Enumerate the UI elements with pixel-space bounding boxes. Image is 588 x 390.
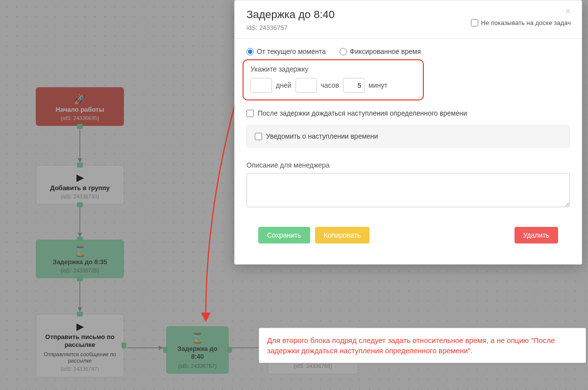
- delay-highlight-box: Укажите задержку дней часов минут: [243, 59, 424, 100]
- radio-fixed-time-input[interactable]: [340, 48, 347, 55]
- radio-from-current[interactable]: От текущего момента: [246, 48, 326, 55]
- days-label: дней: [276, 81, 292, 89]
- notify-panel: Уведомить о наступлении времени: [246, 125, 570, 147]
- notify-label: Уведомить о наступлении времени: [266, 132, 378, 140]
- hours-input[interactable]: [295, 78, 317, 93]
- after-delay-label: После задержки дождаться наступления опр…: [258, 109, 467, 117]
- notify-input[interactable]: [255, 133, 262, 140]
- close-icon[interactable]: ×: [562, 5, 574, 17]
- minutes-label: минут: [368, 81, 388, 89]
- description-textarea[interactable]: [246, 173, 570, 207]
- minutes-input[interactable]: [343, 78, 365, 93]
- radio-fixed-time-label: Фиксированное время: [350, 48, 421, 55]
- delay-mode-radios: От текущего момента Фиксированное время: [246, 48, 570, 55]
- save-button[interactable]: Сохранить: [258, 227, 310, 244]
- radio-fixed-time[interactable]: Фиксированное время: [340, 48, 421, 55]
- description-label: Описание для менеджера: [246, 161, 570, 169]
- modal-body: От текущего момента Фиксированное время …: [235, 39, 582, 264]
- hide-on-board-label: Не показывать на доске задач: [481, 19, 571, 26]
- delay-inputs: дней часов минут: [250, 78, 416, 93]
- radio-from-current-input[interactable]: [246, 48, 254, 55]
- radio-from-current-label: От текущего момента: [257, 48, 326, 55]
- delay-label: Укажите задержку: [250, 65, 416, 73]
- delay-settings-modal: × Задержка до 8:40 idS: 24336757 Не пока…: [234, 0, 582, 265]
- hide-on-board-checkbox[interactable]: Не показывать на доске задач: [471, 19, 571, 26]
- notify-checkbox[interactable]: Уведомить о наступлении времени: [255, 132, 562, 140]
- after-delay-input[interactable]: [246, 110, 254, 117]
- hours-label: часов: [321, 81, 339, 89]
- days-input[interactable]: [250, 78, 272, 93]
- after-delay-checkbox[interactable]: После задержки дождаться наступления опр…: [246, 109, 570, 117]
- delete-button[interactable]: Удалить: [514, 227, 558, 244]
- modal-footer: Сохранить Копировать Удалить: [246, 227, 570, 254]
- copy-button[interactable]: Копировать: [315, 227, 369, 244]
- annotation-note: Для второго блока подряд следует задать …: [259, 328, 586, 363]
- modal-header: × Задержка до 8:40 idS: 24336757 Не пока…: [235, 0, 582, 39]
- hide-on-board-input[interactable]: [471, 19, 478, 26]
